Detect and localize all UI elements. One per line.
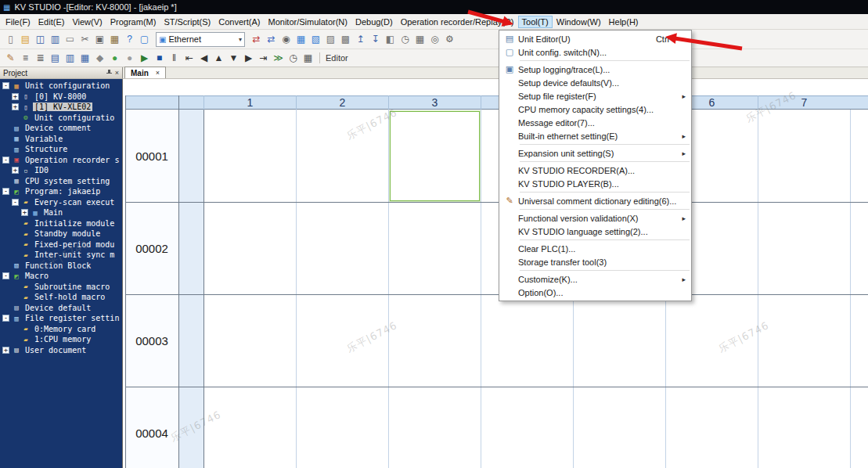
tree-item-unit-configuratio[interactable]: ⚙Unit configuratio bbox=[0, 113, 122, 124]
tree-item-main[interactable]: +▦Main bbox=[0, 207, 122, 218]
collapse-icon[interactable]: - bbox=[2, 82, 9, 89]
batch-monitor-icon[interactable]: ▩ bbox=[339, 33, 352, 46]
table-icon[interactable]: ▦ bbox=[413, 33, 427, 46]
tree-item-id0[interactable]: +▫ID0 bbox=[0, 165, 122, 176]
column-header-2[interactable]: 2 bbox=[296, 95, 388, 110]
help-icon[interactable]: ? bbox=[123, 33, 136, 46]
tree-item-user-document[interactable]: +▤User document bbox=[0, 345, 122, 356]
collapse-icon[interactable]: - bbox=[2, 315, 9, 322]
zoom-icon[interactable]: ◎ bbox=[428, 33, 441, 46]
tree-item-0-memory-card[interactable]: ▰0:Memory card bbox=[0, 324, 122, 335]
collapse-icon[interactable]: - bbox=[2, 272, 9, 279]
insert-line-icon[interactable]: ≡ bbox=[19, 52, 32, 65]
menu-debug-d[interactable]: Debug(D) bbox=[351, 16, 397, 28]
menu-item-storage-transfer-tool-3[interactable]: Storage transfer tool(3) bbox=[499, 255, 691, 268]
ladder-block-icon[interactable]: ▦ bbox=[78, 52, 92, 65]
save-project-icon[interactable]: ◫ bbox=[34, 33, 47, 46]
menu-st-script-s[interactable]: ST/Script(S) bbox=[160, 16, 214, 28]
new-project-icon[interactable]: ▯ bbox=[4, 33, 17, 46]
step-down-icon[interactable]: ▼ bbox=[227, 52, 240, 65]
tree-item-file-register-settin[interactable]: -▥File register settin bbox=[0, 313, 122, 324]
menu-item-clear-plc-1[interactable]: Clear PLC(1)... bbox=[499, 242, 691, 255]
step-up-icon[interactable]: ▲ bbox=[212, 52, 225, 65]
row-label-00003[interactable]: 00003 bbox=[125, 294, 178, 387]
row-label-00002[interactable]: 00002 bbox=[125, 202, 178, 294]
row-label-00004[interactable]: 00004 bbox=[125, 387, 178, 468]
tab-main[interactable]: Main × bbox=[124, 67, 166, 78]
step-back-icon[interactable]: ◀ bbox=[197, 52, 211, 65]
tree-item-cpu-system-setting[interactable]: ▩CPU system setting bbox=[0, 176, 122, 187]
pc-connection-icon[interactable]: ▢ bbox=[138, 33, 151, 46]
tree-item-1-kv-xle02[interactable]: +▯[1] KV-XLE02 bbox=[0, 102, 122, 113]
menu-item-functional-version-validation-x[interactable]: Functional version validation(X)▸ bbox=[499, 211, 691, 225]
menu-item-unit-config-switch-n[interactable]: ▢Unit config. switch(N)... bbox=[499, 45, 691, 59]
edit-pencil-icon[interactable]: ✎ bbox=[4, 52, 17, 65]
read-from-plc-icon[interactable]: ⇄ bbox=[265, 33, 278, 46]
menu-view-v[interactable]: View(V) bbox=[68, 16, 106, 28]
menu-item-kv-studio-player-b[interactable]: KV STUDIO PLAYER(B)... bbox=[499, 177, 691, 190]
tree-item-every-scan-execut[interactable]: -▰Every-scan execut bbox=[0, 197, 122, 208]
menu-item-cpu-memory-capacity-settings-4[interactable]: CPU memory capacity settings(4)... bbox=[499, 103, 691, 116]
pause-icon[interactable]: ‖ bbox=[167, 52, 181, 65]
ladder-coil-icon[interactable]: ▥ bbox=[63, 52, 77, 65]
tree-item-unit-configuration[interactable]: -▦Unit configuration bbox=[0, 81, 122, 92]
play-icon[interactable]: ▶ bbox=[138, 52, 151, 65]
selected-cell[interactable] bbox=[390, 111, 480, 201]
collapse-icon[interactable]: - bbox=[12, 199, 19, 206]
compare-icon[interactable]: ◧ bbox=[384, 33, 397, 46]
tree-item-function-block[interactable]: ▧Function Block bbox=[0, 261, 122, 272]
connection-select[interactable]: ▣Ethernet▾ bbox=[156, 32, 245, 47]
timer-icon[interactable]: ◷ bbox=[286, 52, 300, 65]
menu-item-customize-k[interactable]: Customize(K)...▸ bbox=[499, 272, 691, 286]
monitor-icon[interactable]: ▦ bbox=[294, 33, 308, 46]
tree-item-structure[interactable]: ▥Structure bbox=[0, 144, 122, 155]
menu-item-setup-device-defaults-v[interactable]: Setup device defaults(V)... bbox=[499, 76, 691, 89]
expand-icon[interactable]: + bbox=[12, 167, 19, 174]
verify-icon[interactable]: ◉ bbox=[279, 33, 293, 46]
usb-icon[interactable]: ◆ bbox=[93, 52, 106, 65]
step-last-icon[interactable]: ⇥ bbox=[257, 52, 270, 65]
menu-item-universal-comment-dictionary-editing-6[interactable]: ✎Universal comment dictionary editing(6)… bbox=[499, 194, 691, 207]
tab-close-icon[interactable]: × bbox=[156, 69, 160, 77]
column-header-7[interactable]: 7 bbox=[758, 95, 850, 110]
tree-item-inter-unit-sync-m[interactable]: ▰Inter-unit sync m bbox=[0, 250, 122, 261]
tree-item-subroutine-macro[interactable]: ▰Subroutine macro bbox=[0, 282, 122, 293]
copy-icon[interactable]: ▣ bbox=[93, 33, 106, 46]
transfer-to-plc-icon[interactable]: ⇄ bbox=[250, 33, 263, 46]
device-down-icon[interactable]: ↧ bbox=[369, 33, 382, 46]
ladder-editor[interactable]: 123456700001000020000300004 bbox=[123, 79, 868, 468]
device-up-icon[interactable]: ↥ bbox=[354, 33, 367, 46]
expand-icon[interactable]: + bbox=[12, 103, 19, 110]
step-first-icon[interactable]: ⇤ bbox=[182, 52, 196, 65]
menu-item-kv-studio-recorder-a[interactable]: KV STUDIO RECORDER(A)... bbox=[499, 164, 691, 177]
menu-item-kv-studio-language-setting-2[interactable]: KV STUDIO language setting(2)... bbox=[499, 225, 691, 238]
expand-icon[interactable]: + bbox=[12, 93, 19, 100]
row-label-00001[interactable]: 00001 bbox=[125, 110, 178, 202]
cut-icon[interactable]: ✂ bbox=[78, 33, 92, 46]
pin-icon[interactable] bbox=[106, 70, 112, 77]
registration-monitor-icon[interactable]: ▨ bbox=[324, 33, 337, 46]
tree-item-0-kv-8000[interactable]: +▯[0] KV-8000 bbox=[0, 92, 122, 103]
menu-tool-t[interactable]: Tool(T) bbox=[518, 16, 553, 28]
column-header-3[interactable]: 3 bbox=[388, 95, 481, 110]
run-gray-icon[interactable]: ● bbox=[123, 52, 136, 65]
collapse-icon[interactable]: - bbox=[2, 157, 9, 164]
tree-item-standby-module[interactable]: ▰Standby module bbox=[0, 229, 122, 239]
tree-item-program-jakaeip[interactable]: -◩Program: jakaeip bbox=[0, 186, 122, 197]
menu-item-option-o[interactable]: Option(O)... bbox=[499, 286, 691, 299]
tree-item-macro[interactable]: -◩Macro bbox=[0, 271, 122, 282]
tree-item-initialize-module[interactable]: ▰Initialize module bbox=[0, 218, 122, 229]
menu-window-w[interactable]: Window(W) bbox=[553, 16, 605, 28]
menu-item-expansion-unit-setting-s[interactable]: Expansion unit setting(S)▸ bbox=[499, 146, 691, 160]
menu-item-setup-logging-trace-l[interactable]: ▣Setup logging/trace(L)... bbox=[499, 63, 691, 76]
menu-item-message-editor-7[interactable]: Message editor(7)... bbox=[499, 116, 691, 129]
column-header-1[interactable]: 1 bbox=[203, 95, 296, 110]
simulator-icon[interactable]: ▧ bbox=[309, 33, 322, 46]
menu-item-built-in-ethernet-setting-e[interactable]: Built-in ethernet setting(E)▸ bbox=[499, 129, 691, 142]
settings-icon[interactable]: ⚙ bbox=[443, 33, 456, 46]
menu-program-m[interactable]: Program(M) bbox=[106, 16, 160, 28]
save-all-icon[interactable]: ▥ bbox=[49, 33, 62, 46]
tree-item-device-default[interactable]: ▤Device default bbox=[0, 303, 122, 314]
clock-icon[interactable]: ◷ bbox=[398, 33, 412, 46]
menu-help-h[interactable]: Help(H) bbox=[605, 16, 643, 28]
